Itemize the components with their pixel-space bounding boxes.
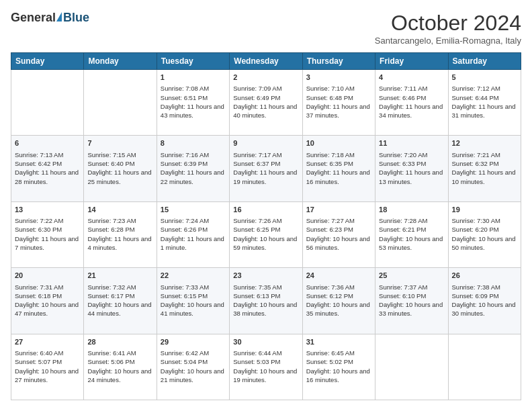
day-info: Sunset: 5:06 PM	[87, 357, 152, 366]
day-info: Sunset: 6:49 PM	[233, 93, 298, 102]
calendar-cell: 20Sunrise: 7:31 AMSunset: 6:18 PMDayligh…	[11, 268, 84, 334]
page: General Blue October 2024 Santarcangelo,…	[0, 0, 532, 411]
day-number: 22	[161, 271, 226, 281]
day-info: Sunrise: 7:28 AM	[379, 216, 444, 225]
day-number: 15	[161, 205, 226, 215]
day-number: 6	[15, 138, 80, 148]
day-number: 7	[87, 138, 152, 148]
calendar-cell: 3Sunrise: 7:10 AMSunset: 6:48 PMDaylight…	[302, 70, 375, 136]
day-info: Daylight: 10 hours and 35 minutes.	[306, 300, 371, 318]
day-info: Sunrise: 7:17 AM	[233, 150, 298, 159]
day-number: 2	[233, 73, 298, 83]
day-info: Daylight: 11 hours and 43 minutes.	[161, 102, 226, 120]
calendar-table: Sunday Monday Tuesday Wednesday Thursday…	[11, 52, 521, 400]
day-info: Sunrise: 7:08 AM	[161, 84, 226, 93]
calendar-cell	[84, 70, 157, 136]
month-title: October 2024	[375, 11, 521, 36]
calendar-week-row: 27Sunrise: 6:40 AMSunset: 5:07 PMDayligh…	[11, 334, 521, 400]
day-number: 11	[379, 138, 444, 148]
day-info: Sunset: 6:35 PM	[306, 159, 371, 168]
day-info: Daylight: 10 hours and 19 minutes.	[233, 367, 298, 385]
col-saturday: Saturday	[448, 53, 521, 70]
calendar-week-row: 13Sunrise: 7:22 AMSunset: 6:30 PMDayligh…	[11, 201, 521, 267]
day-info: Sunset: 6:10 PM	[379, 291, 444, 300]
calendar-cell: 26Sunrise: 7:38 AMSunset: 6:09 PMDayligh…	[448, 268, 521, 334]
day-info: Sunset: 5:03 PM	[233, 357, 298, 366]
calendar-cell: 28Sunrise: 6:41 AMSunset: 5:06 PMDayligh…	[84, 334, 157, 400]
calendar-cell	[375, 334, 448, 400]
day-info: Sunrise: 7:31 AM	[15, 283, 80, 291]
calendar-cell: 9Sunrise: 7:17 AMSunset: 6:37 PMDaylight…	[230, 136, 302, 201]
day-info: Sunrise: 7:24 AM	[161, 216, 226, 225]
title-block: October 2024 Santarcangelo, Emilia-Romag…	[375, 11, 521, 46]
day-number: 18	[379, 205, 444, 215]
day-info: Sunrise: 7:23 AM	[87, 216, 152, 225]
logo-triangle-icon	[56, 12, 62, 21]
day-info: Daylight: 11 hours and 37 minutes.	[306, 102, 371, 120]
day-info: Sunset: 6:21 PM	[379, 225, 444, 234]
calendar-cell: 14Sunrise: 7:23 AMSunset: 6:28 PMDayligh…	[84, 201, 157, 267]
day-info: Sunrise: 7:20 AM	[379, 150, 444, 159]
day-number: 9	[233, 138, 298, 148]
day-info: Daylight: 10 hours and 24 minutes.	[87, 367, 152, 385]
day-number: 16	[233, 205, 298, 215]
day-number: 30	[233, 337, 298, 347]
day-info: Sunset: 6:18 PM	[15, 291, 80, 300]
day-info: Daylight: 10 hours and 21 minutes.	[161, 367, 226, 385]
day-info: Sunrise: 7:22 AM	[15, 216, 80, 225]
calendar-cell: 22Sunrise: 7:33 AMSunset: 6:15 PMDayligh…	[157, 268, 229, 334]
day-info: Daylight: 10 hours and 16 minutes.	[306, 367, 371, 385]
day-info: Sunset: 6:12 PM	[306, 291, 371, 300]
day-info: Sunset: 6:40 PM	[87, 159, 152, 168]
day-info: Sunset: 5:07 PM	[15, 357, 80, 366]
col-friday: Friday	[375, 53, 448, 70]
day-info: Daylight: 11 hours and 7 minutes.	[15, 234, 80, 253]
day-info: Sunset: 6:17 PM	[87, 291, 152, 300]
day-info: Sunset: 6:32 PM	[452, 159, 517, 168]
day-info: Sunrise: 7:16 AM	[161, 150, 226, 159]
day-number: 12	[452, 138, 517, 148]
day-number: 27	[15, 337, 80, 347]
calendar-cell: 12Sunrise: 7:21 AMSunset: 6:32 PMDayligh…	[448, 136, 521, 201]
logo-general: General	[11, 11, 56, 25]
calendar-cell: 16Sunrise: 7:26 AMSunset: 6:25 PMDayligh…	[230, 201, 302, 267]
day-info: Sunrise: 6:44 AM	[233, 349, 298, 357]
calendar-cell: 1Sunrise: 7:08 AMSunset: 6:51 PMDaylight…	[157, 70, 229, 136]
day-number: 31	[306, 337, 371, 347]
day-number: 14	[87, 205, 152, 215]
calendar-cell: 2Sunrise: 7:09 AMSunset: 6:49 PMDaylight…	[230, 70, 302, 136]
day-info: Sunset: 6:51 PM	[161, 93, 226, 102]
calendar-cell	[448, 334, 521, 400]
calendar-cell: 8Sunrise: 7:16 AMSunset: 6:39 PMDaylight…	[157, 136, 229, 201]
day-info: Sunset: 6:28 PM	[87, 225, 152, 234]
day-info: Daylight: 11 hours and 40 minutes.	[233, 102, 298, 120]
calendar-cell: 15Sunrise: 7:24 AMSunset: 6:26 PMDayligh…	[157, 201, 229, 267]
day-info: Daylight: 10 hours and 27 minutes.	[15, 367, 80, 385]
day-info: Sunrise: 7:32 AM	[87, 283, 152, 291]
day-info: Sunrise: 7:37 AM	[379, 283, 444, 291]
day-number: 20	[15, 271, 80, 281]
day-info: Sunset: 5:02 PM	[306, 357, 371, 366]
calendar-cell: 17Sunrise: 7:27 AMSunset: 6:23 PMDayligh…	[302, 201, 375, 267]
day-info: Sunrise: 7:21 AM	[452, 150, 517, 159]
calendar-cell: 19Sunrise: 7:30 AMSunset: 6:20 PMDayligh…	[448, 201, 521, 267]
col-sunday: Sunday	[11, 53, 84, 70]
calendar-cell: 6Sunrise: 7:13 AMSunset: 6:42 PMDaylight…	[11, 136, 84, 201]
logo: General Blue	[11, 11, 89, 25]
day-number: 10	[306, 138, 371, 148]
day-info: Daylight: 10 hours and 41 minutes.	[161, 300, 226, 318]
day-info: Sunset: 6:46 PM	[379, 93, 444, 102]
header: General Blue October 2024 Santarcangelo,…	[11, 11, 521, 46]
day-info: Daylight: 11 hours and 13 minutes.	[379, 168, 444, 186]
location-subtitle: Santarcangelo, Emilia-Romagna, Italy	[375, 36, 521, 46]
day-info: Sunrise: 7:12 AM	[452, 84, 517, 93]
day-info: Daylight: 10 hours and 53 minutes.	[379, 234, 444, 253]
day-info: Sunrise: 7:13 AM	[15, 150, 80, 159]
day-info: Sunset: 6:15 PM	[161, 291, 226, 300]
day-info: Daylight: 11 hours and 19 minutes.	[233, 168, 298, 186]
calendar-week-row: 6Sunrise: 7:13 AMSunset: 6:42 PMDaylight…	[11, 136, 521, 201]
day-number: 26	[452, 271, 517, 281]
day-info: Sunrise: 7:09 AM	[233, 84, 298, 93]
day-info: Sunset: 6:23 PM	[306, 225, 371, 234]
day-info: Sunrise: 7:15 AM	[87, 150, 152, 159]
